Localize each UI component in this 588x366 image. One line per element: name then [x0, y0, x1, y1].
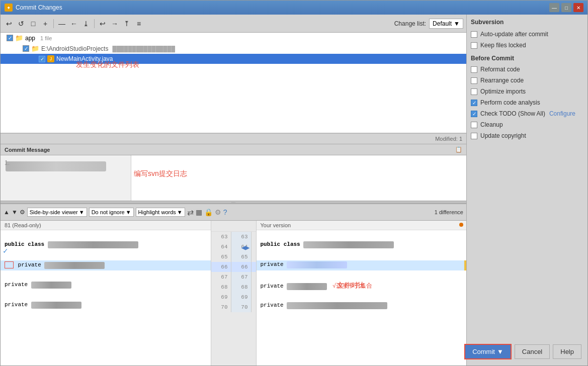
- check-todo-checkbox[interactable]: ✓: [471, 111, 477, 117]
- private-66-left: private: [18, 262, 45, 268]
- delete-button[interactable]: —: [56, 18, 67, 29]
- update-copyright-checkbox[interactable]: [471, 133, 477, 139]
- sep2: [94, 19, 95, 28]
- center-header-spacer: [211, 221, 256, 232]
- blurred-64-left: [48, 241, 138, 248]
- modified-text: Modified: 1: [435, 136, 462, 142]
- java-icon: J: [47, 55, 54, 62]
- auto-update-checkbox[interactable]: [471, 31, 477, 38]
- viewer-dropdown[interactable]: Side-by-side viewer ▼: [27, 208, 87, 217]
- write-log-annotation: 编写svn提交日志: [134, 169, 187, 178]
- tree-item-project[interactable]: ✓ 📁 E:\AndroidStudioProjects ███████████…: [1, 43, 466, 54]
- main-content: ↩ ↺ □ + — ← ⤓ ↩ → ⤒ ≡ Change list: Defau…: [1, 15, 587, 365]
- diff-hint: Modified: 1: [1, 133, 466, 144]
- update-copyright-item: Update copyright: [471, 131, 583, 140]
- commit-msg-input-area[interactable]: 1.: [1, 155, 131, 201]
- line-pair-66: 66 66: [211, 262, 256, 272]
- cleanup-checkbox[interactable]: [471, 122, 477, 128]
- optimize-checkbox[interactable]: [471, 88, 477, 95]
- add-button[interactable]: +: [40, 18, 51, 29]
- help-button[interactable]: Help: [553, 344, 581, 359]
- right-num-65: 65: [231, 252, 251, 262]
- diff-toolbar: ▲ ▼ ⚙ Side-by-side viewer ▼ Do not ignor…: [1, 204, 466, 221]
- checkbox-app[interactable]: ✓: [7, 35, 13, 41]
- diff-row-64-right: public class: [257, 240, 467, 250]
- tree-item-file[interactable]: ✓ J NewMainActivity.java: [1, 54, 466, 64]
- minimize-button[interactable]: —: [549, 3, 559, 12]
- new-button[interactable]: □: [28, 18, 39, 29]
- down-button[interactable]: ⤓: [80, 18, 92, 29]
- perform-analysis-checkbox[interactable]: ✓: [471, 100, 477, 106]
- nav-up-arrow[interactable]: ▲: [4, 209, 10, 216]
- diff-left-panel: 81 (Read-only) ✓ public class: [1, 221, 211, 365]
- undo-button[interactable]: ↩: [97, 18, 108, 29]
- change-list-label: Change list:: [394, 20, 426, 27]
- blurred-64-right: [303, 241, 394, 248]
- highlight-dropdown[interactable]: Highlight words ▼: [136, 208, 185, 217]
- rearrange-checkbox[interactable]: [471, 77, 477, 84]
- help-icon[interactable]: ?: [223, 208, 227, 216]
- folder-icon-project: 📁: [31, 45, 39, 52]
- blurred-66-left: [44, 262, 105, 269]
- maximize-button[interactable]: □: [561, 3, 571, 12]
- commit-msg-blurred: [6, 161, 106, 171]
- settings-icon[interactable]: ⚙: [215, 208, 221, 216]
- grid-icon[interactable]: ▦: [196, 208, 202, 216]
- cancel-label: Cancel: [522, 348, 542, 355]
- close-button[interactable]: ✕: [573, 3, 583, 12]
- private-70-left: private: [5, 302, 28, 308]
- left-num-67: 67: [211, 272, 231, 282]
- left-panel: ↩ ↺ □ + — ← ⤓ ↩ → ⤒ ≡ Change list: Defau…: [1, 15, 467, 365]
- merge-icon[interactable]: ⇄: [187, 208, 194, 217]
- back-button[interactable]: ←: [68, 18, 79, 29]
- checkbox-project[interactable]: ✓: [23, 45, 29, 52]
- diff-right-panel: Your version public class: [257, 221, 467, 365]
- left-num-68: 68: [211, 282, 231, 292]
- ignore-dropdown[interactable]: Do not ignore ▼: [89, 208, 134, 217]
- line-pair-65: 65 65: [211, 252, 256, 262]
- line-pair-67: 67 67: [211, 272, 256, 282]
- menu-button[interactable]: ≡: [133, 18, 144, 29]
- check-mark: ✓: [3, 247, 9, 255]
- configure-link[interactable]: Configure: [549, 110, 575, 117]
- app-file-count: 1 file: [40, 35, 52, 41]
- tree-item-app[interactable]: ✓ 📁 app 1 file: [1, 33, 466, 43]
- window-icon: ✦: [5, 4, 13, 12]
- blurred-66-right: [287, 261, 347, 268]
- reformat-label: Reformat code: [480, 66, 520, 73]
- line-pair-68: 68 68: [211, 282, 256, 292]
- up-button[interactable]: ⤒: [121, 18, 132, 29]
- refresh-button[interactable]: ↩: [4, 18, 15, 29]
- diff-row-68-left: private: [1, 281, 211, 291]
- commit-message-label: Commit Message 📋: [1, 144, 466, 155]
- change-list-dropdown[interactable]: Default ▼: [429, 19, 463, 29]
- subversion-label: Subversion: [471, 19, 583, 26]
- nav-down-arrow[interactable]: ▼: [12, 209, 18, 216]
- perform-analysis-label: Perform code analysis: [480, 99, 540, 106]
- app-label: app: [25, 35, 35, 42]
- commit-label: Commit: [472, 348, 495, 355]
- checkbox-file[interactable]: ✓: [39, 56, 45, 62]
- right-num-70: 70: [231, 302, 251, 312]
- lock-icon[interactable]: 🔒: [204, 208, 213, 216]
- right-num-63: 63: [231, 232, 251, 242]
- left-num-63: 63: [211, 232, 231, 242]
- private-68-right: private: [261, 283, 284, 289]
- diff-settings-icon[interactable]: ⚙: [20, 209, 25, 216]
- main-window: ✦ Commit Changes — □ ✕ ↩ ↺ □ + — ← ⤓ ↩ →: [0, 0, 588, 366]
- viewer-arrow: ▼: [79, 209, 85, 215]
- file-tree-area: ✓ 📁 app 1 file ✓ 📁 E:\AndroidStudioProje…: [1, 33, 466, 133]
- cleanup-label: Cleanup: [480, 121, 503, 128]
- merge-arrow-icon: ◀▶: [241, 243, 250, 252]
- reformat-checkbox[interactable]: [471, 66, 477, 73]
- left-num-64: 64: [211, 242, 231, 252]
- browse-button[interactable]: →: [109, 18, 120, 29]
- keep-locked-checkbox[interactable]: [471, 42, 477, 49]
- orange-indicator: [459, 223, 463, 227]
- diff-section: ▲ ▼ ⚙ Side-by-side viewer ▼ Do not ignor…: [1, 204, 466, 365]
- commit-button[interactable]: Commit ▼: [464, 344, 512, 359]
- cancel-button[interactable]: Cancel: [515, 344, 550, 359]
- ignore-arrow: ▼: [126, 209, 131, 215]
- revert-button[interactable]: ↺: [16, 18, 27, 29]
- red-marker-66: [5, 261, 14, 268]
